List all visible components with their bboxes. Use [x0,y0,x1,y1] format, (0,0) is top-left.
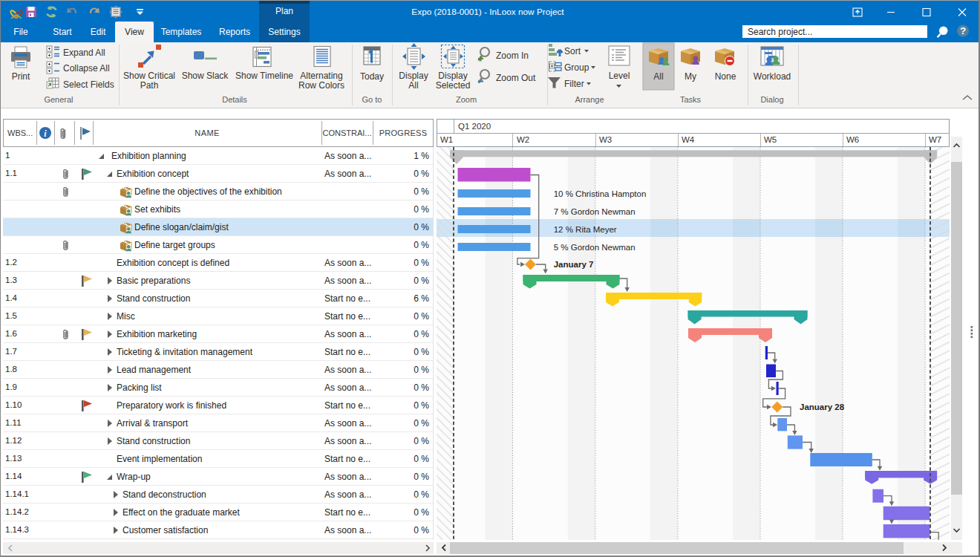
svg-text:January 28: January 28 [800,403,845,411]
svg-text:12 % Rita Meyer: 12 % Rita Meyer [554,225,617,234]
svg-text:10 % Christina Hampton: 10 % Christina Hampton [554,189,647,198]
svg-text:?: ? [960,25,966,36]
svg-text:January 7: January 7 [554,260,594,269]
svg-text:7 % Gordon Newman: 7 % Gordon Newman [554,207,636,216]
svg-text:5 % Gordon Newman: 5 % Gordon Newman [554,243,636,252]
